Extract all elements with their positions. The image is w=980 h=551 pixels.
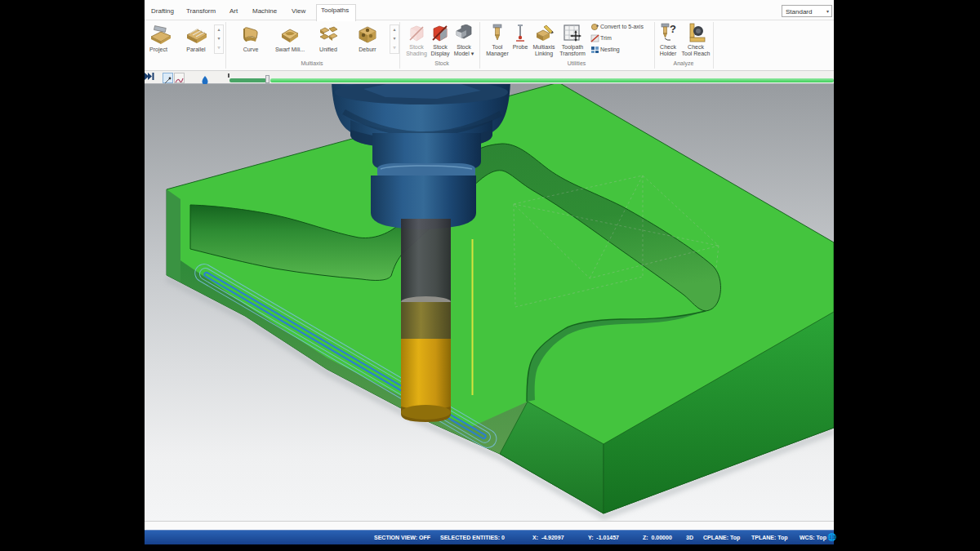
svg-text:?: ?	[670, 23, 676, 35]
